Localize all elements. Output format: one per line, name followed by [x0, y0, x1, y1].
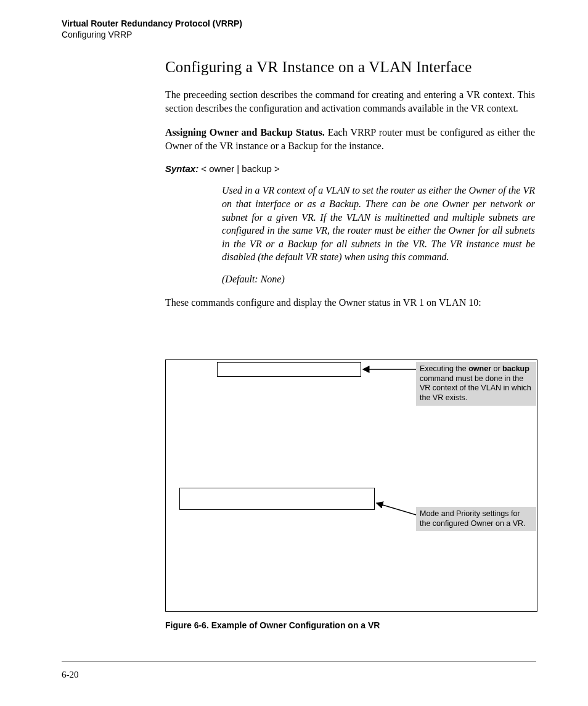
intro-paragraph: The preceeding section describes the com…	[165, 88, 535, 115]
running-header-subtitle: Configuring VRRP	[62, 30, 242, 41]
callout-text: command must be done in the VR context o…	[420, 374, 531, 402]
syntax-command: < owner | backup >	[198, 163, 279, 174]
figure-caption: Figure 6-6. Example of Owner Configurati…	[165, 620, 537, 630]
page: Virtual Router Redundancy Protocol (VRRP…	[0, 0, 588, 706]
figure-frame: Executing the owner or backup command mu…	[165, 359, 537, 612]
figure-highlight-box-top	[217, 362, 361, 377]
figure: Executing the owner or backup command mu…	[165, 359, 537, 630]
main-content: Configuring a VR Instance on a VLAN Inte…	[165, 59, 535, 321]
running-header-title: Virtual Router Redundancy Protocol (VRRP…	[62, 18, 242, 30]
figure-highlight-box-bottom	[179, 488, 375, 510]
syntax-label: Syntax:	[165, 163, 198, 174]
syntax-line: Syntax: < owner | backup >	[165, 163, 535, 174]
callout-bold-owner: owner	[468, 364, 491, 373]
example-intro-paragraph: These commands configure and display the…	[165, 296, 535, 310]
syntax-description: Used in a VR context of a VLAN to set th…	[222, 184, 535, 264]
syntax-block: Syntax: < owner | backup > Used in a VR …	[165, 163, 535, 285]
syntax-default: (Default: None)	[222, 274, 535, 285]
callout-bold-backup: backup	[502, 364, 529, 373]
running-header: Virtual Router Redundancy Protocol (VRRP…	[62, 18, 242, 40]
figure-callout-top: Executing the owner or backup command mu…	[416, 362, 536, 406]
footer-rule	[62, 661, 536, 662]
page-number: 6-20	[62, 670, 79, 680]
assign-paragraph: Assigning Owner and Backup Status. Each …	[165, 126, 535, 152]
figure-callout-bottom: Mode and Priority settings for the confi…	[416, 507, 536, 531]
section-heading: Configuring a VR Instance on a VLAN Inte…	[165, 59, 535, 76]
arrow-bottom	[377, 503, 416, 515]
callout-text: or	[491, 364, 502, 373]
run-in-heading: Assigning Owner and Backup Status.	[165, 127, 325, 138]
callout-text: Executing the	[420, 364, 468, 373]
